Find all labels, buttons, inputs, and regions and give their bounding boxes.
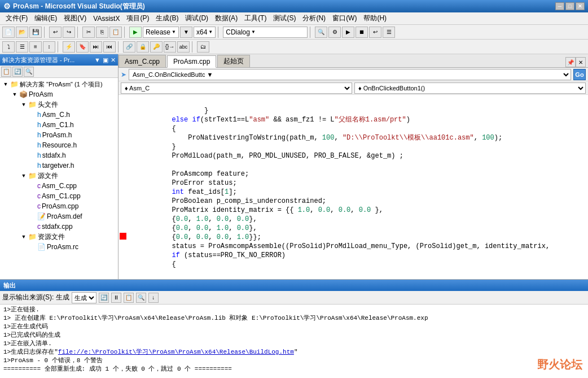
cut-btn[interactable]: ✂: [82, 27, 95, 38]
paste-btn[interactable]: 📋: [109, 27, 122, 38]
tb2-btn11[interactable]: 🔑: [150, 41, 163, 53]
tb-misc4[interactable]: ⏹: [356, 27, 368, 38]
file-resource-h[interactable]: hResource.h: [1, 140, 117, 150]
copy-btn[interactable]: ⎘: [96, 27, 108, 38]
file-proasm-rc[interactable]: 📄ProAsm.rc: [1, 242, 117, 252]
redo-btn[interactable]: ↪: [63, 27, 75, 38]
tb2-btn3[interactable]: ≡: [29, 41, 42, 53]
source-group[interactable]: ▼ 📁 源文件: [1, 171, 117, 181]
tb2-btn1[interactable]: ⤵: [2, 41, 15, 53]
resource-expand[interactable]: ▼: [19, 234, 28, 240]
menu-test[interactable]: 测试(S): [270, 12, 299, 24]
panel-close[interactable]: ✕: [111, 57, 116, 64]
output-line-1: 1>正在链接.: [3, 306, 585, 314]
menu-help[interactable]: 帮助(H): [360, 12, 390, 24]
file-stdafx-cpp[interactable]: cstdafx.cpp: [1, 221, 117, 232]
resource-group[interactable]: ▼ 📁 资源文件: [1, 232, 117, 242]
breakpoint-dot: [120, 233, 126, 240]
tb2-btn10[interactable]: 🔒: [137, 41, 149, 53]
panel-tb-btn3[interactable]: 🔍: [24, 67, 34, 77]
close-btn[interactable]: ✕: [576, 2, 585, 10]
file-asm-c1-cpp[interactable]: cAsm_C1.cpp: [1, 191, 117, 201]
tb2-btn14[interactable]: 🗂: [197, 41, 209, 53]
project-expand[interactable]: ▼: [10, 92, 19, 97]
tb2-sep2: [118, 41, 121, 53]
tb-misc1[interactable]: 🔍: [315, 27, 327, 38]
tab-start[interactable]: 起始页: [217, 55, 250, 67]
file-proasm-h[interactable]: hProAsm.h: [1, 130, 117, 140]
solution-expand[interactable]: ▼: [1, 81, 10, 87]
tb2-btn13[interactable]: abc: [177, 41, 190, 53]
menu-project[interactable]: 项目(P): [123, 12, 152, 24]
menu-edit[interactable]: 编辑(E): [31, 12, 60, 24]
tab-asm-c[interactable]: Asm_C.cpp: [119, 55, 166, 67]
source-expand[interactable]: ▼: [19, 173, 28, 179]
file-proasm-def[interactable]: 📝ProAsm.def: [1, 211, 117, 221]
tb2-btn7[interactable]: ⏭: [90, 41, 102, 53]
file-stdafx-h[interactable]: hstdafx.h: [1, 150, 117, 160]
header-group[interactable]: ▼ 📁 头文件: [1, 99, 117, 110]
config-dropdown[interactable]: Release ▼: [143, 27, 179, 38]
project-node[interactable]: ▼ 📦 ProAsm: [1, 89, 117, 99]
config-arrow-btn[interactable]: ▼: [180, 27, 192, 38]
menu-file[interactable]: 文件(F): [2, 12, 31, 24]
panel-tb-btn2[interactable]: 🔄: [12, 67, 23, 77]
file-targetver-h[interactable]: htargetver.h: [1, 160, 117, 171]
panel-tb-btn1[interactable]: 📋: [1, 67, 11, 77]
project-label: ProAsm: [29, 90, 53, 98]
menu-tools[interactable]: 工具(T): [241, 12, 270, 24]
save-btn[interactable]: 💾: [29, 27, 42, 38]
open-btn[interactable]: 📂: [16, 27, 28, 38]
window-title: ProAsm - Microsoft Visual Studio(管理员): [13, 2, 145, 11]
class-dropdown[interactable]: CDialog ▼: [223, 27, 308, 38]
panel-float[interactable]: ▣: [103, 57, 108, 64]
tb2-btn5[interactable]: ⚡: [63, 41, 75, 53]
solution-node[interactable]: ▼ 📁 解决方案 "ProAsm" (1 个项目): [1, 79, 117, 89]
tb-misc2[interactable]: ⚙: [328, 27, 341, 38]
solution-icon: 📁: [10, 80, 19, 88]
undo-btn[interactable]: ↩: [49, 27, 62, 38]
tb2-btn12[interactable]: {}→: [164, 41, 176, 53]
tb-misc5[interactable]: ↩: [369, 27, 381, 38]
build-log-link[interactable]: file://e:\ProToolkit\学习\ProAsm\ProAsm\x6…: [58, 349, 294, 355]
new-btn[interactable]: 📄: [2, 27, 15, 38]
maximize-btn[interactable]: □: [565, 2, 574, 10]
menu-view[interactable]: 视图(V): [60, 12, 90, 24]
output-source-select[interactable]: 生成: [72, 292, 96, 303]
menu-debug[interactable]: 调试(D): [182, 12, 212, 24]
tab-close-panel[interactable]: ✕: [576, 57, 586, 67]
output-btn4[interactable]: 🔍: [136, 293, 146, 303]
tb2-btn8[interactable]: ⏮: [103, 41, 116, 53]
tb2-btn4[interactable]: ↕: [43, 41, 55, 53]
tb-misc3[interactable]: ▶: [342, 27, 354, 38]
file-asm-c-cpp[interactable]: cAsm_C.cpp: [1, 181, 117, 191]
output-btn3[interactable]: 📋: [124, 293, 134, 303]
menu-window[interactable]: 窗口(W): [329, 12, 360, 24]
output-btn1[interactable]: 🔄: [99, 293, 109, 303]
tb-misc6[interactable]: ☰: [383, 27, 395, 38]
file-asm-c1-h[interactable]: hAsm_C1.h: [1, 120, 117, 130]
menu-analyze[interactable]: 分析(N): [299, 12, 329, 24]
file-asm-c-h[interactable]: hAsm_C.h: [1, 110, 117, 120]
method-select[interactable]: ♦ OnBnClickedButton1(): [354, 82, 586, 94]
menu-vassistx[interactable]: VAssistX: [90, 14, 123, 24]
file-proasm-cpp[interactable]: cProAsm.cpp: [1, 201, 117, 211]
tb2-btn9[interactable]: 🔗: [123, 41, 135, 53]
nav-path-select[interactable]: Asm_C.OnBnClickedButtc ▼: [129, 69, 571, 80]
tab-pin[interactable]: 📌: [565, 57, 576, 67]
output-btn2[interactable]: ⏸: [111, 293, 121, 303]
header-expand[interactable]: ▼: [19, 102, 28, 107]
tb2-btn2[interactable]: ☰: [16, 41, 28, 53]
tab-proasm[interactable]: ProAsm.cpp: [167, 55, 216, 68]
code-editor[interactable]: } else if(strText1==L"asm" && asm_fz1 !=…: [119, 95, 588, 279]
go-button[interactable]: Go: [573, 69, 586, 80]
tb2-btn6[interactable]: 🔖: [76, 41, 89, 53]
class-select[interactable]: ♦ Asm_C: [121, 82, 352, 94]
panel-pin[interactable]: ▼: [94, 57, 100, 63]
platform-dropdown[interactable]: x64 ▼: [194, 27, 216, 38]
start-debug-btn[interactable]: ▶: [129, 27, 142, 38]
minimize-btn[interactable]: ─: [555, 2, 564, 10]
menu-build[interactable]: 生成(B): [152, 12, 182, 24]
output-btn5[interactable]: ↓: [148, 293, 159, 303]
menu-data[interactable]: 数据(A): [212, 12, 241, 24]
